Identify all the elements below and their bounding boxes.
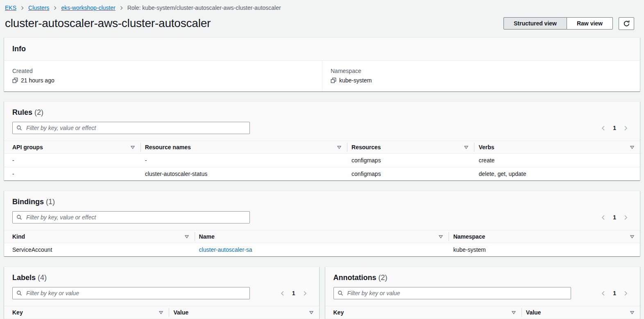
previous-page-button[interactable]: [280, 291, 285, 296]
filter-triangle-icon[interactable]: [130, 145, 135, 150]
previous-page-button[interactable]: [601, 125, 606, 131]
table-row: - cluster-autoscaler-status configmaps d…: [4, 167, 640, 181]
labels-panel: Labels (4) 1 Key Va: [4, 267, 319, 319]
labels-table: Key Value: [4, 306, 319, 319]
next-page-button[interactable]: [623, 215, 628, 220]
column-header-name[interactable]: Name: [195, 230, 449, 243]
page-number[interactable]: 1: [292, 290, 295, 296]
filter-triangle-icon[interactable]: [309, 310, 314, 315]
column-header-verbs[interactable]: Verbs: [474, 141, 640, 154]
copy-created-button[interactable]: [12, 77, 18, 83]
raw-view-button[interactable]: Raw view: [567, 17, 613, 30]
labels-pagination: 1: [280, 290, 311, 296]
service-account-link[interactable]: cluster-autoscaler-sa: [199, 246, 252, 253]
rules-pagination: 1: [601, 125, 632, 131]
annotations-panel-title: Annotations (2): [333, 273, 632, 282]
column-header-key[interactable]: Key: [4, 306, 169, 319]
filter-triangle-icon[interactable]: [184, 234, 189, 239]
breadcrumb-link-cluster-name[interactable]: eks-workshop-cluster: [61, 5, 115, 11]
column-label: Name: [199, 233, 215, 240]
filter-triangle-icon[interactable]: [159, 310, 163, 315]
filter-triangle-icon[interactable]: [630, 234, 635, 239]
bindings-table: Kind Name Namespace ServiceAccount clust…: [4, 230, 640, 256]
previous-page-button[interactable]: [601, 291, 606, 296]
page-title: cluster-autoscaler-aws-cluster-autoscale…: [5, 17, 211, 30]
refresh-button[interactable]: [619, 17, 634, 30]
column-header-value[interactable]: Value: [522, 306, 640, 319]
view-toggle: Structured view Raw view: [503, 17, 613, 30]
column-label: Kind: [12, 233, 25, 240]
breadcrumb-link-clusters[interactable]: Clusters: [28, 5, 49, 11]
column-header-resources[interactable]: Resources: [347, 141, 474, 154]
labels-panel-title: Labels (4): [12, 273, 311, 282]
breadcrumb: EKS Clusters eks-workshop-cluster Role: …: [0, 0, 644, 11]
table-row: - - configmaps create: [4, 154, 640, 167]
labels-filter-input[interactable]: [25, 289, 246, 297]
filter-triangle-icon[interactable]: [438, 234, 443, 239]
rules-title-text: Rules: [12, 108, 32, 116]
column-header-value[interactable]: Value: [169, 306, 319, 319]
info-created-field: Created 21 hours ago: [4, 61, 322, 91]
namespace-value: kube-system: [339, 77, 372, 84]
bindings-panel-title: Bindings (1): [12, 198, 632, 206]
cell-resource-names: -: [141, 154, 347, 167]
rules-panel-title: Rules (2): [12, 108, 632, 117]
info-namespace-field: Namespace kube-system: [322, 61, 640, 91]
column-label: Key: [12, 309, 23, 316]
filter-triangle-icon[interactable]: [337, 145, 342, 150]
labels-table-header-row: Key Value: [4, 306, 319, 319]
filter-triangle-icon[interactable]: [630, 310, 635, 315]
page-header: cluster-autoscaler-aws-cluster-autoscale…: [0, 11, 644, 37]
column-label: Value: [526, 309, 541, 316]
cell-api-groups: -: [4, 167, 141, 181]
search-icon: [16, 214, 22, 220]
page-number[interactable]: 1: [613, 214, 616, 221]
page-number[interactable]: 1: [613, 125, 616, 131]
previous-page-button[interactable]: [601, 215, 606, 220]
bindings-title-text: Bindings: [12, 198, 44, 206]
filter-triangle-icon[interactable]: [630, 145, 635, 150]
page-number[interactable]: 1: [613, 290, 616, 296]
cell-name: cluster-autoscaler-sa: [195, 243, 449, 257]
copy-namespace-button[interactable]: [331, 77, 336, 83]
info-panel-title: Info: [12, 45, 632, 53]
column-header-kind[interactable]: Kind: [4, 230, 195, 243]
refresh-icon: [623, 20, 630, 27]
breadcrumb-link-eks[interactable]: EKS: [5, 5, 16, 11]
cell-resources: configmaps: [347, 167, 474, 181]
namespace-label: Namespace: [331, 68, 632, 74]
chevron-right-icon: [119, 6, 124, 10]
column-label: Verbs: [478, 144, 494, 150]
copy-icon: [12, 77, 18, 83]
chevron-right-icon: [20, 6, 25, 10]
next-page-button[interactable]: [302, 291, 308, 296]
labels-count: (4): [38, 273, 47, 282]
next-page-button[interactable]: [623, 291, 628, 296]
bindings-filter: [12, 211, 250, 223]
bindings-filter-input[interactable]: [25, 214, 246, 221]
structured-view-button[interactable]: Structured view: [503, 17, 567, 30]
column-header-api-groups[interactable]: API groups: [4, 141, 141, 154]
rules-count: (2): [34, 108, 43, 116]
column-label: Key: [333, 309, 344, 316]
filter-triangle-icon[interactable]: [511, 310, 516, 315]
annotations-filter-input[interactable]: [347, 289, 567, 297]
rules-table-header-row: API groups Resource names Resources Verb…: [4, 141, 640, 154]
labels-filter: [12, 287, 250, 299]
rules-filter-input[interactable]: [25, 124, 246, 132]
info-panel-header: Info: [4, 38, 640, 61]
bindings-table-header-row: Kind Name Namespace: [4, 230, 640, 243]
cell-verbs: delete, get, update: [474, 167, 640, 181]
column-header-resource-names[interactable]: Resource names: [141, 141, 347, 154]
next-page-button[interactable]: [623, 125, 628, 131]
filter-triangle-icon[interactable]: [464, 145, 469, 150]
cell-api-groups: -: [4, 154, 141, 167]
column-header-key[interactable]: Key: [325, 306, 522, 319]
bindings-panel: Bindings (1) 1 Kind Name Namespace: [4, 191, 640, 256]
column-header-namespace[interactable]: Namespace: [449, 230, 640, 243]
info-panel: Info Created 21 hours ago Namespace: [4, 37, 640, 91]
bindings-count: (1): [46, 198, 55, 206]
rules-table: API groups Resource names Resources Verb…: [4, 141, 640, 180]
copy-icon: [331, 77, 336, 83]
bindings-pagination: 1: [601, 214, 632, 221]
